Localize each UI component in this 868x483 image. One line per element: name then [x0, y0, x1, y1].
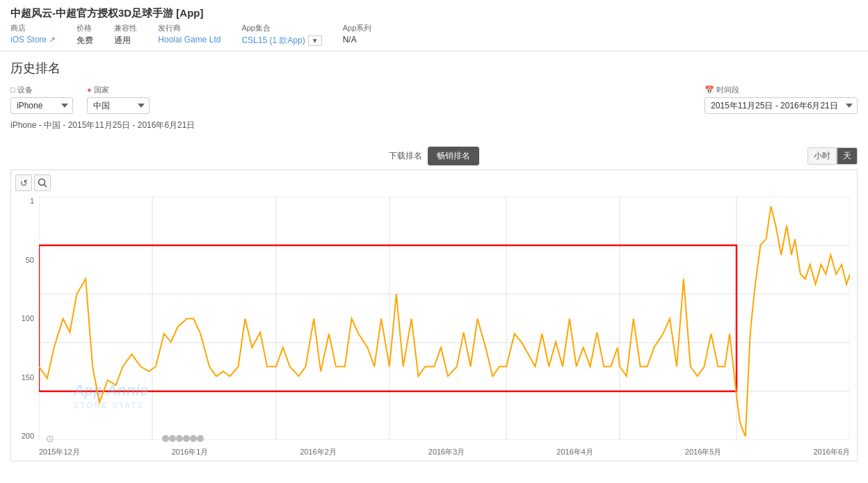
- compat-value: 通用: [114, 35, 137, 47]
- publisher-label: 发行商: [158, 23, 220, 33]
- sales-rank-button[interactable]: 畅销排名: [428, 147, 479, 165]
- x-axis: 2015年12月 2016年1月 2016年2月 2016年3月 2016年4月…: [39, 444, 850, 459]
- title-text: 中超风云-中超官方授权3D足球手游: [10, 7, 173, 19]
- price-label: 价格: [77, 23, 93, 33]
- x-label-jan: 2016年1月: [172, 447, 209, 457]
- device-control: □ 设备 iPhone iPad 全部: [10, 85, 73, 114]
- meta-publisher: 发行商 Hoolai Game Ltd: [158, 23, 220, 44]
- app-title: 中超风云-中超官方授权3D足球手游 [App]: [10, 7, 858, 20]
- download-rank-label: 下载排名: [389, 150, 422, 162]
- controls-row: □ 设备 iPhone iPad 全部 ● 国家 中国 美国 日本 📅 时间段: [10, 85, 858, 114]
- x-label-apr: 2016年4月: [556, 447, 593, 457]
- x-label-mar: 2016年3月: [428, 447, 465, 457]
- meta-compat: 兼容性 通用: [114, 23, 137, 47]
- meta-series: App系列 N/A: [343, 23, 372, 44]
- scroll-dot-5[interactable]: [190, 435, 197, 442]
- day-button[interactable]: 天: [837, 147, 858, 165]
- scroll-dot-1[interactable]: [162, 435, 169, 442]
- y-label-50: 50: [26, 256, 34, 264]
- svg-point-0: [39, 179, 45, 186]
- collection-label: App集合: [241, 23, 321, 33]
- y-label-150: 150: [22, 373, 34, 382]
- date-range-select[interactable]: 2015年11月25日 - 2016年6月21日: [705, 97, 858, 114]
- scroll-indicators: ⊙: [39, 433, 850, 444]
- svg-text:App Annie: App Annie: [72, 382, 148, 399]
- compat-label: 兼容性: [114, 23, 137, 33]
- scroll-dot-3[interactable]: [176, 435, 183, 442]
- date-label: 📅 时间段: [705, 85, 858, 95]
- country-select[interactable]: 中国 美国 日本: [87, 97, 150, 114]
- country-label: ● 国家: [87, 85, 150, 95]
- price-value: 免费: [77, 35, 93, 47]
- reset-button[interactable]: ↺: [15, 174, 32, 191]
- x-label-may: 2016年5月: [685, 447, 722, 457]
- title-suffix: [App]: [176, 7, 203, 19]
- x-label-dec: 2015年12月: [39, 447, 80, 457]
- x-label-jun: 2016年6月: [813, 447, 850, 457]
- series-label: App系列: [343, 23, 372, 33]
- y-label-1: 1: [30, 197, 34, 205]
- svg-line-1: [45, 185, 47, 188]
- series-value: N/A: [343, 35, 372, 44]
- store-value[interactable]: iOS Store ↗: [10, 35, 56, 44]
- chart-svg: App Annie STORE STATS: [39, 197, 850, 440]
- meta-price: 价格 免费: [77, 23, 93, 47]
- rank-toggle-row: 下载排名 畅销排名 小时 天: [10, 147, 858, 170]
- chart-container: ↺ 1 50 100 150 200: [10, 170, 858, 461]
- device-label: □ 设备: [10, 85, 73, 95]
- country-icon: ●: [87, 85, 92, 94]
- device-select[interactable]: iPhone iPad 全部: [10, 97, 73, 114]
- collection-dropdown-icon[interactable]: ▼: [308, 35, 322, 46]
- scroll-dot-6[interactable]: [197, 435, 204, 442]
- store-label: 商店: [10, 23, 56, 33]
- calendar-icon: 📅: [705, 85, 714, 94]
- y-axis: 1 50 100 150 200: [11, 197, 38, 440]
- collection-value[interactable]: CSL15 (1 款App): [241, 35, 305, 47]
- publisher-value[interactable]: Hoolai Game Ltd: [158, 35, 220, 44]
- device-country-label: iPhone - 中国 - 2015年11月25日 - 2016年6月21日: [10, 120, 858, 131]
- external-link-icon: ↗: [49, 35, 56, 44]
- scroll-dot-4[interactable]: [183, 435, 190, 442]
- y-label-200: 200: [22, 432, 34, 440]
- section-title: 历史排名: [10, 60, 858, 76]
- scroll-dot-2[interactable]: [169, 435, 176, 442]
- scroll-left-icon[interactable]: ⊙: [46, 433, 54, 444]
- app-header: 中超风云-中超官方授权3D足球手游 [App] 商店 iOS Store ↗ 价…: [0, 0, 868, 51]
- country-control: ● 国家 中国 美国 日本: [87, 85, 150, 114]
- chart-toolbar: ↺: [15, 174, 51, 191]
- y-label-100: 100: [22, 314, 34, 322]
- date-range-group: 📅 时间段 2015年11月25日 - 2016年6月21日: [705, 85, 858, 114]
- svg-rect-16: [39, 245, 737, 391]
- zoom-button[interactable]: [34, 174, 51, 191]
- rank-type-toggle: 下载排名 畅销排名: [389, 147, 479, 165]
- meta-collection: App集合 CSL15 (1 款App) ▼: [241, 23, 321, 47]
- hour-button[interactable]: 小时: [807, 147, 837, 165]
- device-icon: □: [10, 85, 15, 94]
- app-meta-row: 商店 iOS Store ↗ 价格 免费 兼容性 通用 发行商 Hoolai G…: [10, 23, 858, 47]
- svg-text:STORE STATS: STORE STATS: [73, 400, 144, 410]
- chart-section: 下载排名 畅销排名 小时 天 ↺ 1 50 100 150 200: [0, 147, 868, 468]
- meta-store: 商店 iOS Store ↗: [10, 23, 56, 44]
- time-toggle: 小时 天: [807, 147, 858, 165]
- history-section: 历史排名 □ 设备 iPhone iPad 全部 ● 国家 中国 美国 日本: [0, 51, 868, 147]
- x-label-feb: 2016年2月: [300, 447, 337, 457]
